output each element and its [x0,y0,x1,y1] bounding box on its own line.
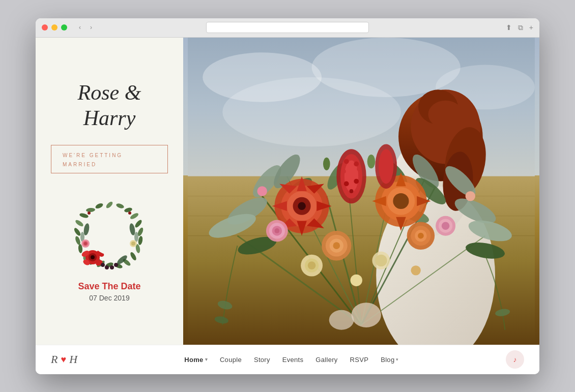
svg-point-144 [351,274,362,286]
heart-icon: ♥ [61,354,66,365]
wreath-svg [71,199,148,275]
svg-point-16 [137,236,143,246]
svg-point-8 [79,213,89,219]
svg-point-152 [329,310,354,329]
traffic-lights [42,24,67,31]
nav-story[interactable]: Story [254,356,270,364]
tagline-badge: WE'RE GETTING MARRIED [51,145,168,173]
svg-point-21 [116,203,125,209]
bride-illustration [183,38,539,345]
blog-chevron-icon: ▾ [396,357,398,362]
minimize-button[interactable] [51,24,58,31]
maximize-button[interactable] [61,24,67,31]
address-bar[interactable] [206,22,369,33]
save-date-date: 07 Dec 2019 [78,294,140,302]
logo-right: H [69,353,77,366]
svg-point-45 [114,263,118,267]
home-chevron-icon: ▾ [205,357,208,362]
forward-arrow-icon[interactable]: › [87,23,96,32]
navbar: R ♥ H Home ▾ Couple Story [36,345,539,374]
svg-point-109 [393,193,409,208]
svg-point-141 [375,254,387,266]
hero-photo [183,38,539,345]
svg-point-113 [344,159,349,164]
navigation-arrows: ‹ › [75,23,96,32]
svg-point-9 [86,208,96,213]
hero-section: Rose & Harry WE'RE GETTING MARRIED [36,38,539,345]
logo-left: R [51,353,58,366]
svg-point-10 [95,202,104,209]
svg-point-133 [275,228,280,233]
svg-point-115 [342,169,346,173]
svg-point-46 [92,219,127,255]
svg-point-116 [357,167,361,171]
save-date-section: Save The Date 07 Dec 2019 [78,281,140,302]
svg-point-143 [466,191,475,201]
svg-point-151 [352,303,381,327]
svg-point-39 [84,242,87,245]
svg-point-5 [74,236,81,246]
svg-point-114 [354,161,359,166]
tagline-text: WE'RE GETTING MARRIED [63,153,123,167]
browser-window: ‹ › ⬆ ⧉ + Rose & Harry WE'RE GETTING MAR… [36,18,539,374]
toolbar-icons: ⬆ ⧉ + [506,23,533,32]
svg-point-42 [101,263,105,267]
nav-home[interactable]: Home ▾ [184,356,208,364]
svg-point-32 [91,255,95,259]
svg-point-101 [298,202,306,210]
svg-point-125 [333,242,340,249]
svg-point-44 [110,265,114,269]
new-tab-icon[interactable]: + [529,23,533,32]
svg-point-41 [131,242,135,246]
title-bar: ‹ › ⬆ ⧉ + [36,18,539,38]
save-date-label: Save The Date [78,281,140,292]
svg-point-147 [323,157,330,170]
svg-point-14 [129,252,137,262]
svg-point-142 [257,186,267,196]
svg-point-136 [442,222,450,230]
svg-point-121 [379,149,393,184]
nav-events[interactable]: Events [282,356,304,364]
nav-rsvp[interactable]: RSVP [350,356,369,364]
svg-point-129 [418,232,424,238]
couple-names: Rose & Harry [51,80,168,131]
close-button[interactable] [42,24,48,31]
svg-point-18 [134,219,143,229]
svg-point-28 [88,212,91,215]
svg-point-29 [128,212,131,215]
svg-point-145 [411,265,420,275]
music-button[interactable]: ♪ [506,350,524,369]
tabs-icon[interactable]: ⧉ [518,23,523,32]
svg-point-146 [367,154,376,168]
website: Rose & Harry WE'RE GETTING MARRIED [36,38,539,374]
svg-point-61 [428,100,463,128]
nav-gallery[interactable]: Gallery [315,356,337,364]
svg-point-119 [350,189,354,193]
floral-wreath [71,199,148,275]
svg-point-7 [74,219,84,228]
svg-point-117 [344,181,349,186]
nav-couple[interactable]: Couple [220,356,242,364]
svg-point-6 [73,227,82,237]
left-panel: Rose & Harry WE'RE GETTING MARRIED [36,38,183,345]
music-icon: ♪ [513,355,517,364]
svg-point-139 [308,261,316,269]
nav-blog[interactable]: Blog ▾ [381,356,399,364]
logo: R ♥ H [51,353,77,366]
share-icon[interactable]: ⬆ [506,23,512,32]
svg-point-51 [222,77,401,146]
back-arrow-icon[interactable]: ‹ [75,23,84,32]
svg-point-20 [124,207,133,213]
nav-links: Home ▾ Couple Story Events Gallery [184,356,398,364]
browser-content: Rose & Harry WE'RE GETTING MARRIED [36,38,539,374]
svg-point-118 [354,178,359,184]
svg-point-11 [105,201,114,209]
svg-point-43 [105,265,109,269]
